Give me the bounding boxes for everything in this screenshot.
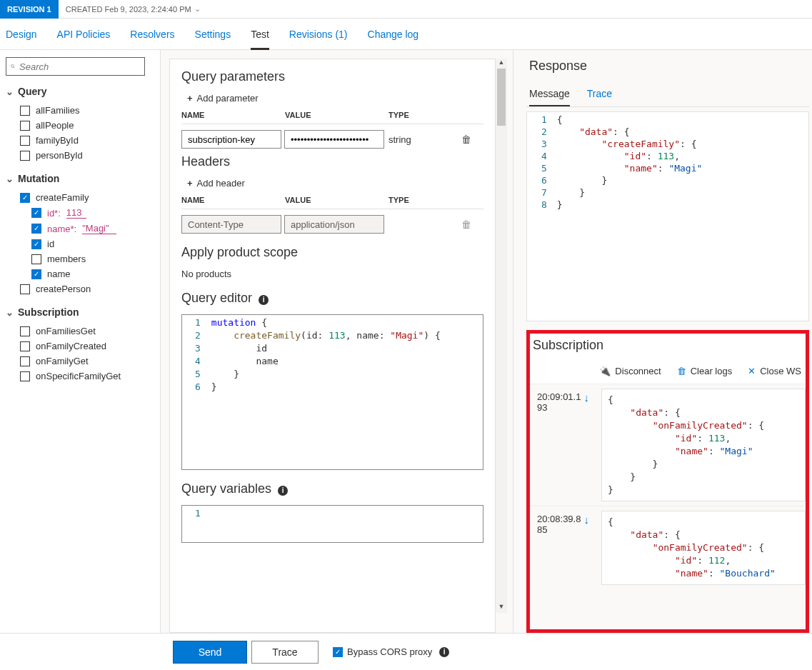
tree-header-query[interactable]: Query bbox=[6, 86, 154, 97]
search-box[interactable] bbox=[6, 57, 145, 76]
checkbox[interactable] bbox=[20, 326, 30, 336]
scroll-down-icon[interactable]: ▼ bbox=[496, 603, 507, 613]
trash-icon[interactable]: 🗑 bbox=[461, 219, 471, 230]
checkbox[interactable] bbox=[333, 647, 343, 657]
param-input-id[interactable] bbox=[66, 207, 86, 219]
tree-item-allfamilies[interactable]: allFamilies bbox=[6, 103, 154, 118]
event-timestamp: 20:09:01.193↓ bbox=[530, 384, 601, 506]
tab-changelog[interactable]: Change log bbox=[368, 19, 419, 50]
param-row-name[interactable]: name*: bbox=[6, 221, 154, 236]
chevron-down-icon bbox=[6, 173, 14, 184]
info-icon[interactable]: i bbox=[259, 295, 269, 305]
tree-item-allpeople[interactable]: allPeople bbox=[6, 118, 154, 133]
section-title-query-variables: Query variables i bbox=[181, 481, 483, 496]
col-header: TYPE bbox=[389, 196, 446, 204]
checkbox[interactable] bbox=[31, 239, 41, 249]
response-body[interactable]: 12345678 { "data": { "createFamily": { "… bbox=[526, 111, 809, 321]
section-title-query-params: Query parameters bbox=[181, 69, 483, 84]
checkbox[interactable] bbox=[31, 254, 41, 264]
tree-item-label: personById bbox=[36, 150, 83, 161]
code-content: { "data": { "createFamily": { "id": 113,… bbox=[554, 112, 706, 321]
tree-item-createperson[interactable]: createPerson bbox=[6, 281, 154, 296]
tree-header-subscription[interactable]: Subscription bbox=[6, 306, 154, 318]
footer: Send Trace Bypass CORS proxy i bbox=[0, 633, 812, 670]
subscription-event: 20:08:39.885↓ { "data": { "onFamilyCreat… bbox=[530, 506, 806, 589]
tab-test[interactable]: Test bbox=[251, 19, 269, 50]
event-payload[interactable]: { "data": { "onFamilyCreated": { "id": 1… bbox=[601, 389, 806, 501]
add-header-link[interactable]: Add header bbox=[181, 178, 483, 189]
tree-item-onfamilycreated[interactable]: onFamilyCreated bbox=[6, 339, 154, 354]
info-icon[interactable]: i bbox=[278, 486, 288, 496]
section-title-headers: Headers bbox=[181, 154, 483, 169]
param-value-input[interactable] bbox=[284, 130, 384, 149]
checkbox[interactable] bbox=[31, 224, 41, 234]
close-ws-button[interactable]: ✕Close WS bbox=[748, 366, 801, 376]
send-button[interactable]: Send bbox=[173, 641, 247, 664]
tab-design[interactable]: Design bbox=[6, 19, 37, 50]
tab-settings[interactable]: Settings bbox=[195, 19, 231, 50]
close-icon: ✕ bbox=[748, 366, 756, 376]
checkbox[interactable] bbox=[20, 136, 30, 146]
tab-api-policies[interactable]: API Policies bbox=[57, 19, 111, 50]
checkbox[interactable] bbox=[20, 341, 30, 351]
field-row-members[interactable]: members bbox=[6, 251, 154, 266]
arrow-down-icon: ↓ bbox=[583, 514, 589, 585]
checkbox[interactable] bbox=[20, 121, 30, 131]
param-row-id[interactable]: id*: bbox=[6, 205, 154, 221]
checkbox[interactable] bbox=[20, 151, 30, 161]
tab-resolvers[interactable]: Resolvers bbox=[130, 19, 174, 50]
checkbox[interactable] bbox=[20, 371, 30, 381]
param-name-input[interactable] bbox=[181, 130, 281, 149]
scrollbar[interactable]: ▲ ▼ bbox=[496, 59, 507, 613]
scroll-thumb[interactable] bbox=[497, 69, 506, 126]
revision-badge[interactable]: REVISION 1 bbox=[0, 0, 59, 19]
tree-item-onspecificfamilyget[interactable]: onSpecificFamilyGet bbox=[6, 369, 154, 384]
tree-item-label: createPerson bbox=[36, 284, 91, 294]
trash-icon[interactable]: 🗑 bbox=[461, 134, 471, 145]
checkbox[interactable] bbox=[20, 356, 30, 366]
tree-item-label: onFamiliesGet bbox=[36, 326, 96, 336]
scroll-up-icon[interactable]: ▲ bbox=[496, 59, 507, 69]
tree-item-label: createFamily bbox=[36, 192, 89, 203]
search-input[interactable] bbox=[19, 61, 140, 72]
tab-bar: Design API Policies Resolvers Settings T… bbox=[0, 19, 812, 50]
tab-trace[interactable]: Trace bbox=[587, 84, 612, 106]
tree-item-onfamilyget[interactable]: onFamilyGet bbox=[6, 354, 154, 369]
tree-item-onfamiliesget[interactable]: onFamiliesGet bbox=[6, 324, 154, 339]
checkbox[interactable] bbox=[20, 106, 30, 116]
query-variables-editor[interactable]: 1 bbox=[181, 505, 483, 543]
checkbox[interactable] bbox=[31, 269, 41, 279]
clear-logs-button[interactable]: 🗑Clear logs bbox=[677, 366, 733, 376]
tree-item-familybyid[interactable]: familyById bbox=[6, 133, 154, 148]
code-content[interactable] bbox=[207, 506, 483, 542]
response-title: Response bbox=[526, 59, 809, 74]
col-header: NAME bbox=[181, 196, 285, 204]
checkbox[interactable] bbox=[20, 193, 30, 203]
section-title-scope: Apply product scope bbox=[181, 245, 483, 260]
event-payload[interactable]: { "data": { "onFamilyCreated": { "id": 1… bbox=[601, 511, 806, 585]
tree-item-personbyid[interactable]: personById bbox=[6, 148, 154, 163]
disconnect-button[interactable]: 🔌Disconnect bbox=[599, 366, 661, 376]
query-param-row: string 🗑 bbox=[181, 130, 483, 149]
tree-item-createfamily[interactable]: createFamily bbox=[6, 190, 154, 205]
tab-message[interactable]: Message bbox=[529, 84, 570, 106]
checkbox[interactable] bbox=[20, 284, 30, 294]
tab-revisions[interactable]: Revisions (1) bbox=[289, 19, 348, 50]
add-parameter-link[interactable]: Add parameter bbox=[181, 93, 483, 104]
field-row-id[interactable]: id bbox=[6, 236, 154, 251]
checkbox[interactable] bbox=[31, 208, 41, 218]
revision-created-label[interactable]: CREATED Feb 9, 2023, 2:24:40 PM bbox=[59, 4, 208, 14]
code-content[interactable]: mutation { createFamily(id: 113, name: "… bbox=[207, 315, 483, 469]
query-editor[interactable]: 123456 mutation { createFamily(id: 113, … bbox=[181, 314, 483, 470]
field-row-name[interactable]: name bbox=[6, 266, 154, 281]
header-value-input[interactable] bbox=[284, 215, 384, 234]
info-icon[interactable]: i bbox=[439, 647, 449, 657]
chevron-down-icon bbox=[6, 86, 14, 97]
tree-item-label: familyById bbox=[36, 135, 79, 146]
tree-header-mutation[interactable]: Mutation bbox=[6, 173, 154, 184]
bypass-cors-checkbox[interactable]: Bypass CORS proxy i bbox=[333, 646, 449, 657]
header-name-select[interactable] bbox=[181, 215, 281, 234]
table-header: NAME VALUE TYPE bbox=[181, 196, 483, 204]
trace-button[interactable]: Trace bbox=[251, 641, 319, 664]
param-input-name[interactable] bbox=[82, 223, 116, 234]
